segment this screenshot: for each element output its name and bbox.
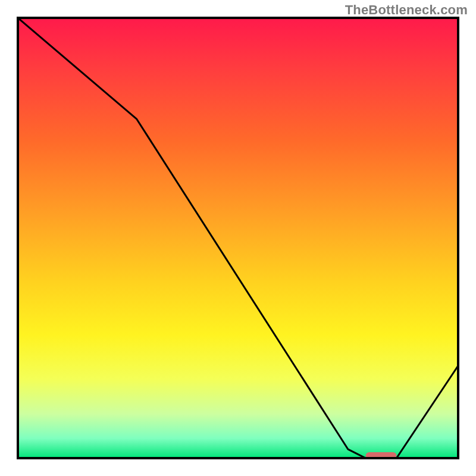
plot-background [18,18,458,458]
chart-stage: TheBottleneck.com [0,0,476,476]
bottleneck-chart [0,0,476,476]
